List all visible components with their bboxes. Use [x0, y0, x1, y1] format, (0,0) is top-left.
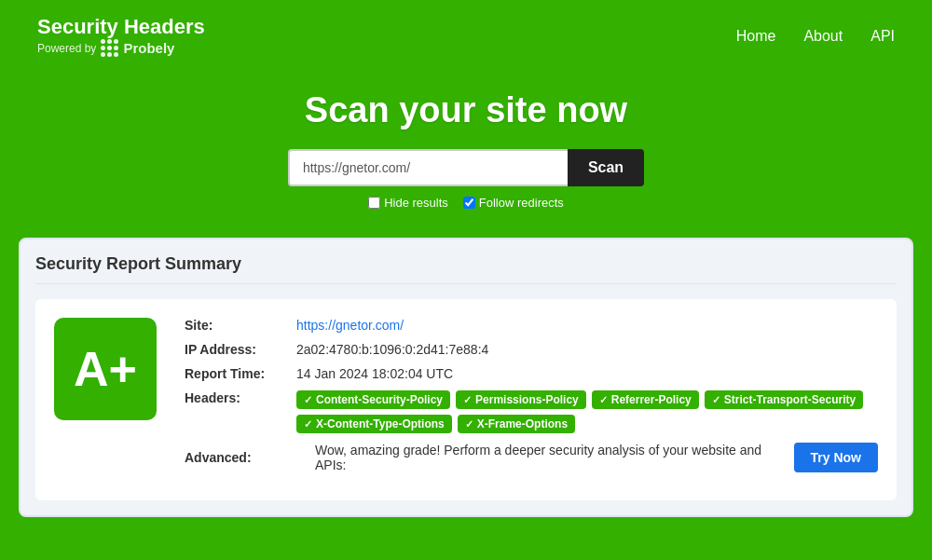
home-link[interactable]: Home — [736, 28, 776, 45]
follow-redirects-option[interactable]: Follow redirects — [463, 196, 564, 210]
headers-row: Headers: ✓ Content-Security-Policy ✓ Per… — [185, 390, 878, 433]
time-row: Report Time: 14 Jan 2024 18:02:04 UTC — [185, 366, 878, 381]
tag-check-icon: ✓ — [304, 394, 312, 406]
try-now-button[interactable]: Try Now — [794, 443, 878, 472]
powered-by-text: Powered by — [37, 42, 96, 55]
main-nav: Home About API — [736, 28, 895, 45]
tags-container: ✓ Content-Security-Policy ✓ Permissions-… — [296, 390, 878, 433]
grade-badge: A+ — [54, 318, 157, 420]
tag-label: Permissions-Policy — [475, 393, 579, 406]
tag-permissions-policy: ✓ Permissions-Policy — [456, 390, 586, 409]
advanced-row: Advanced: Wow, amazing grade! Perform a … — [185, 443, 878, 472]
scan-input[interactable] — [288, 149, 568, 186]
hero-title: Scan your site now — [19, 90, 913, 130]
tag-label: X-Content-Type-Options — [316, 417, 445, 430]
site-value: https://gnetor.com/ — [296, 318, 404, 333]
report-section-title: Security Report Summary — [35, 254, 897, 284]
tag-check-icon: ✓ — [712, 394, 720, 406]
scan-options: Hide results Follow redirects — [19, 196, 913, 210]
site-label: Site: — [185, 318, 296, 333]
follow-redirects-label: Follow redirects — [479, 196, 564, 210]
report-container: Security Report Summary A+ Site: https:/… — [19, 238, 913, 517]
tag-label: X-Frame-Options — [477, 417, 568, 430]
logo-title: Security Headers — [37, 15, 205, 39]
site-row: Site: https://gnetor.com/ — [185, 318, 878, 333]
tag-x-content-type-options: ✓ X-Content-Type-Options — [296, 415, 452, 433]
headers-tags: ✓ Content-Security-Policy ✓ Permissions-… — [296, 390, 878, 433]
hide-results-option[interactable]: Hide results — [368, 196, 448, 210]
tag-label: Strict-Transport-Security — [724, 393, 856, 406]
hide-results-label: Hide results — [384, 196, 448, 210]
site-header: Security Headers Powered by Probely Home… — [0, 0, 932, 72]
about-link[interactable]: About — [803, 28, 843, 45]
time-label: Report Time: — [185, 366, 296, 381]
scan-bar: Scan — [19, 149, 913, 186]
tag-strict-transport-security: ✓ Strict-Transport-Security — [705, 390, 863, 409]
tag-x-frame-options: ✓ X-Frame-Options — [458, 415, 575, 433]
ip-label: IP Address: — [185, 342, 296, 357]
advanced-label: Advanced: — [185, 450, 296, 465]
headers-label: Headers: — [185, 390, 296, 405]
follow-redirects-checkbox[interactable] — [463, 197, 475, 209]
tag-label: Content-Security-Policy — [316, 393, 443, 406]
tag-check-icon: ✓ — [463, 394, 472, 406]
tag-label: Referrer-Policy — [611, 393, 692, 406]
site-url-link[interactable]: https://gnetor.com/ — [296, 318, 404, 333]
time-value: 14 Jan 2024 18:02:04 UTC — [296, 366, 453, 381]
tag-check-icon: ✓ — [599, 394, 608, 406]
probely-dots-icon — [101, 39, 118, 57]
tag-check-icon: ✓ — [304, 418, 312, 430]
scan-button[interactable]: Scan — [568, 149, 644, 186]
tag-referrer-policy: ✓ Referrer-Policy — [592, 390, 699, 409]
probely-name: Probely — [123, 40, 174, 56]
ip-value: 2a02:4780:b:1096:0:2d41:7e88:4 — [296, 342, 488, 357]
hero-section: Scan your site now Scan Hide results Fol… — [0, 72, 932, 238]
advanced-text: Wow, amazing grade! Perform a deeper sec… — [315, 443, 775, 472]
logo-area: Security Headers Powered by Probely — [37, 15, 205, 57]
report-details: Site: https://gnetor.com/ IP Address: 2a… — [185, 318, 878, 482]
ip-row: IP Address: 2a02:4780:b:1096:0:2d41:7e88… — [185, 342, 878, 357]
api-link[interactable]: API — [870, 28, 895, 45]
hide-results-checkbox[interactable] — [368, 197, 380, 209]
report-body: A+ Site: https://gnetor.com/ IP Address:… — [35, 299, 897, 500]
logo-subtitle: Powered by Probely — [37, 39, 205, 57]
tag-content-security-policy: ✓ Content-Security-Policy — [296, 390, 450, 409]
tag-check-icon: ✓ — [465, 418, 473, 430]
